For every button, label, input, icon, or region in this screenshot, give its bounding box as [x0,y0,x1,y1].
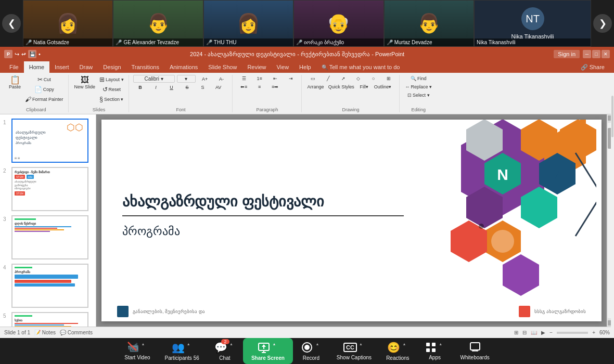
video-thumb-murtaz[interactable]: 👨 🎤 Murtaz Devadze [384,0,474,47]
italic-button[interactable]: I [149,84,163,91]
reset-button[interactable]: ↺Reset [98,85,125,94]
indent-inc-button[interactable]: ⇥ [284,75,298,82]
copy-button[interactable]: 📄Copy [23,85,65,94]
shape-rect[interactable]: ▭ [306,75,321,82]
bullets-button[interactable]: ☰ [237,75,251,82]
tab-slideshow[interactable]: Slide Show [203,61,242,73]
align-center-button[interactable]: ≡ [252,83,267,90]
char-spacing-button[interactable]: AV [211,84,226,91]
slide-item-2[interactable]: 2 რეასტივი - ჩემი მიმართ STEM edu ახალგა… [0,165,96,213]
sign-in-button[interactable]: Sign in [554,50,580,58]
participants-caret[interactable]: ▲ [185,342,193,353]
tab-design[interactable]: Design [98,61,126,73]
arrange-button[interactable]: Arrange [306,83,326,90]
select-button[interactable]: ⊡Select ▾ [404,92,434,99]
view-reading[interactable]: 📖 [531,330,537,335]
tab-tell-me[interactable]: 🔍 Tell me what you want to do [316,61,405,73]
tab-insert[interactable]: Insert [49,61,74,73]
video-thumb-nika[interactable]: NT Nika Tikanashvili Nika Tikanashvili [474,0,591,47]
align-right-button[interactable]: ≡➡ [268,83,283,90]
slide-canvas: ახალგაზრდული ფესტივალი პროგრამა [101,120,602,321]
participants-control[interactable]: 👥 ▲ Participants 56 [158,339,207,363]
close-button[interactable]: ✕ [602,50,610,58]
bold-button[interactable]: B [133,84,148,91]
layout-button[interactable]: ⊞Layout ▾ [98,75,125,84]
maximize-button[interactable]: □ [592,50,600,58]
new-slide-button[interactable]: 🖼 New Slide [73,75,97,90]
svg-marker-15 [503,254,539,296]
view-normal[interactable]: ⊞ [514,330,518,335]
cut-button[interactable]: ✂Cut [23,75,65,84]
decrease-font[interactable]: A- [214,75,229,83]
font-size-selector[interactable]: ▾ [177,75,196,83]
share-button[interactable]: 🔗 Share [575,61,610,73]
video-thumb-alexander[interactable]: 👨 🎤 GE Alexander Tevzadze [113,0,203,47]
slide-number: 1 [3,120,9,125]
slide-item-1[interactable]: 1 ⬡⬡ ახალგაზრდულიფესტივალიპროგრამა 🏛 🏛 [0,116,96,165]
slide-item-3[interactable]: 3 დღის წესრიგი [0,213,96,262]
captions-caret[interactable]: ▲ [357,342,365,353]
paste-button[interactable]: 📋 Paste [7,75,22,90]
strikethrough-button[interactable]: S [180,84,195,91]
shape-more[interactable]: ⊞ [381,75,396,82]
chat-control[interactable]: 💬 2 ▲ Chat [207,339,243,363]
numbering-button[interactable]: 1≡ [252,75,267,82]
underline-button[interactable]: U [164,84,179,91]
increase-font[interactable]: A+ [198,75,212,83]
indent-dec-button[interactable]: ⇤ [268,75,283,82]
section-button[interactable]: §Section ▾ [98,95,125,104]
start-video-main[interactable]: 📹 [127,342,139,353]
tab-help[interactable]: Help [294,61,316,73]
align-left-button[interactable]: ⬅≡ [237,83,251,90]
share-screen-control[interactable]: ▲ Share Screen [243,338,293,364]
font-selector[interactable]: Calibri ▾ [133,75,175,83]
video-thumb-natia[interactable]: 👩 🎤 Natia Gotsadze [23,0,113,47]
tab-draw[interactable]: Draw [74,61,98,73]
replace-button[interactable]: ↔Replace ▾ [404,83,434,90]
whiteboards-control[interactable]: Whiteboards [453,340,497,362]
tab-transitions[interactable]: Transitions [126,61,164,73]
zoom-out[interactable]: − [549,330,553,335]
record-control[interactable]: ▲ Record [293,339,329,363]
reactions-caret[interactable]: ▲ [400,342,408,353]
shape-arrow[interactable]: ➚ [336,75,351,82]
notes-button[interactable]: 📝 Notes [34,330,56,335]
text-shadow-button[interactable]: S [196,84,210,91]
minimize-button[interactable]: ─ [583,50,591,58]
tab-animations[interactable]: Animations [164,61,203,73]
save-icon[interactable]: 💾 [28,50,36,58]
comments-button[interactable]: 💬 Comments [60,330,93,335]
next-video-arrow[interactable]: ❯ [593,14,612,33]
apps-caret[interactable]: ▲ [437,342,444,353]
zoom-in[interactable]: + [592,330,595,335]
chat-label: Chat [219,355,230,361]
main-slide-area[interactable]: ახალგაზრდული ფესტივალი პროგრამა [96,114,607,327]
slide-item-5[interactable]: 5 სესია სბი ახალგაზრდობისგამოფენა [0,310,96,327]
quick-styles-button[interactable]: Quick Styles [327,83,356,90]
tab-home[interactable]: Home [24,61,49,73]
shape-fill-button[interactable]: Fill▾ [357,83,372,90]
shape-oval[interactable]: ○ [366,75,381,82]
reactions-control[interactable]: 😊 ▲ Reactions [379,339,416,363]
tab-view[interactable]: View [271,61,294,73]
video-thumb-ioraki[interactable]: 👴 🎤 იორაკი ბრაქუllo [293,0,383,47]
zoom-slider[interactable] [557,332,588,334]
video-caret[interactable]: ▲ [139,342,147,353]
shape-line[interactable]: ╱ [321,75,336,82]
share-screen-caret[interactable]: ▲ [270,342,278,353]
record-caret[interactable]: ▲ [313,342,321,353]
start-video-control[interactable]: 📹 ▲ Start Video [117,340,157,362]
find-button[interactable]: 🔍Find [404,75,434,82]
tab-file[interactable]: File [4,61,24,73]
tab-review[interactable]: Review [242,61,271,73]
prev-video-arrow[interactable]: ❮ [2,14,21,33]
apps-control[interactable]: ▲ Apps [417,340,453,362]
shape-diamond[interactable]: ◇ [351,75,366,82]
shape-outline-button[interactable]: Outline▾ [373,83,393,90]
captions-control[interactable]: CC ▲ Show Captions [329,340,379,362]
video-thumb-thu[interactable]: 👩 🎤 THU THU [203,0,293,47]
view-slidesorter[interactable]: ⊟ [522,330,527,335]
format-painter-button[interactable]: 🖌Format Painter [23,95,65,104]
view-slideshow[interactable]: ▶ [541,330,545,335]
slide-item-4[interactable]: 4 პროგრამა [0,262,96,310]
